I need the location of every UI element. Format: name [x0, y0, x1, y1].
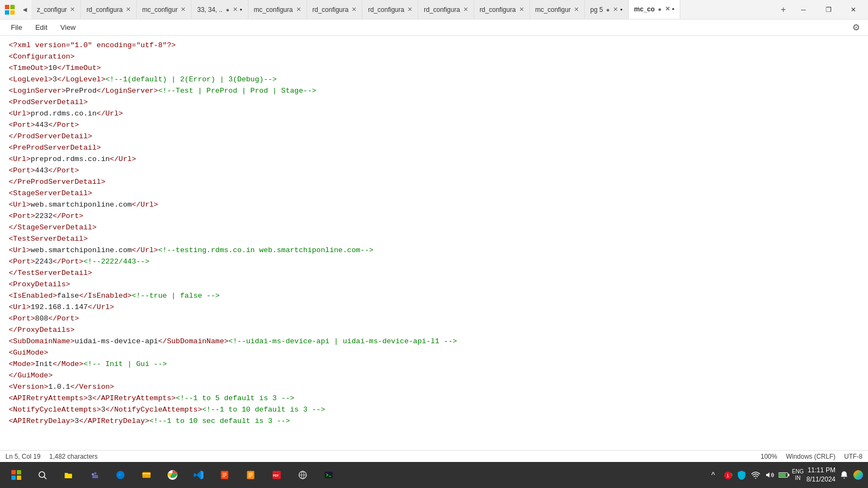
char-count: 1,482 characters	[49, 453, 98, 460]
tab-close-4[interactable]: ✕	[296, 6, 301, 13]
tab-close-3[interactable]: ✕	[233, 6, 238, 13]
taskbar-pdf[interactable]: PDF	[265, 463, 289, 487]
taskbar-notepad-red[interactable]	[213, 463, 237, 487]
taskbar-teams[interactable]	[82, 463, 106, 487]
system-tray: ^ 1	[708, 466, 864, 484]
tab-9[interactable]: mc_configur✕	[530, 0, 585, 19]
code-line-18: <Url>web.smartchiponline.com</Url> <!--t…	[0, 245, 868, 256]
taskbar-network[interactable]	[291, 463, 315, 487]
start-button[interactable]	[4, 463, 28, 487]
settings-icon[interactable]: ⚙	[848, 20, 864, 35]
tab-close-11[interactable]: ✕	[665, 5, 670, 12]
code-line-9: <PreProdServerDetail>	[0, 143, 868, 154]
tray-volume[interactable]	[764, 470, 775, 480]
tab-10[interactable]: pg 5●✕	[585, 0, 629, 19]
tab-0[interactable]: z_configur✕	[31, 0, 81, 19]
code-line-20: </TestServerDetail>	[0, 268, 868, 279]
code-line-3: <LogLevel>3</LogLevel> <!--1(default) | …	[0, 74, 868, 86]
tray-chevron[interactable]: ^	[708, 470, 719, 480]
svg-rect-6	[11, 476, 16, 480]
tray-notifications[interactable]	[839, 470, 850, 480]
tab-label-6: rd_configura	[368, 6, 404, 14]
statusbar: Ln 5, Col 19 1,482 characters 100% Windo…	[0, 450, 868, 462]
taskbar-notepad-orange[interactable]	[239, 463, 263, 487]
tab-1[interactable]: rd_configura✕	[81, 0, 137, 19]
tab-2[interactable]: mc_configur✕	[137, 0, 192, 19]
tab-close-1[interactable]: ✕	[126, 6, 131, 13]
svg-rect-1	[10, 5, 15, 9]
code-line-28: <Mode>Init</Mode> <!-- Init | Gui -->	[0, 359, 868, 370]
encoding: UTF-8	[844, 453, 863, 460]
minimize-button[interactable]: ─	[791, 0, 816, 20]
cursor-position: Ln 5, Col 19	[5, 453, 41, 460]
tab-label-1: rd_configura	[86, 6, 123, 14]
code-line-14: <Url>web.smartchiponline.com</Url>	[0, 200, 868, 211]
menu-edit[interactable]: Edit	[29, 21, 54, 34]
taskbar-terminal[interactable]	[317, 463, 341, 487]
code-area[interactable]: <?xml version="1.0" encoding="utf-8"?><C…	[0, 36, 868, 450]
code-line-22: <IsEnabled>false</IsEnabled> <!--true | …	[0, 291, 868, 302]
code-line-6: <Url>prod.rdms.co.in</Url>	[0, 108, 868, 120]
tab-close-8[interactable]: ✕	[519, 6, 524, 13]
tab-8[interactable]: rd_configura✕	[474, 0, 530, 19]
taskbar-chrome[interactable]	[161, 463, 184, 487]
taskbar-files[interactable]	[135, 463, 158, 487]
menubar: File Edit View ⚙	[0, 20, 868, 36]
svg-rect-7	[17, 476, 21, 480]
tab-label-5: rd_configura	[312, 6, 349, 14]
code-line-24: <Port>808</Port>	[0, 313, 868, 325]
tab-label-7: rd_configura	[424, 6, 460, 14]
maximize-button[interactable]: ❐	[816, 0, 841, 20]
tray-wifi[interactable]	[750, 470, 761, 480]
svg-rect-32	[788, 474, 789, 476]
taskbar-explorer[interactable]	[56, 463, 80, 487]
new-tab-button[interactable]: +	[776, 5, 791, 15]
svg-text:PDF: PDF	[273, 474, 279, 477]
tab-close-6[interactable]: ✕	[407, 6, 412, 13]
tray-shield[interactable]	[736, 470, 747, 480]
tab-close-9[interactable]: ✕	[574, 6, 579, 13]
code-line-27: <GuiMode>	[0, 348, 868, 359]
tab-7[interactable]: rd_configura✕	[418, 0, 474, 19]
tab-3[interactable]: 33, 34, ..●✕	[192, 0, 248, 19]
code-line-25: </ProxyDetails>	[0, 325, 868, 336]
tab-scroll-left[interactable]: ◀	[18, 7, 31, 12]
code-line-33: <APIRetryDelay>3</APIRetryDelay> <!--1 t…	[0, 416, 868, 427]
svg-rect-0	[5, 5, 9, 9]
code-line-4: <LoginServer>PreProd</LoginServer> <!--T…	[0, 86, 868, 97]
tray-color[interactable]	[853, 470, 864, 480]
tab-label-10: pg 5	[590, 6, 603, 14]
tray-battery[interactable]	[778, 470, 789, 480]
code-line-5: <ProdServerDetail>	[0, 97, 868, 108]
code-line-11: <Port>443</Port>	[0, 165, 868, 177]
code-line-31: <APIRetryAttempts>3</APIRetryAttempts> <…	[0, 393, 868, 404]
tab-close-7[interactable]: ✕	[463, 6, 468, 13]
taskbar-vscode[interactable]	[187, 463, 210, 487]
code-line-1: <Configuration>	[0, 52, 868, 63]
tray-language[interactable]: ENGIN	[793, 470, 803, 480]
editor: <?xml version="1.0" encoding="utf-8"?><C…	[0, 36, 868, 450]
menu-view[interactable]: View	[54, 21, 82, 34]
tab-11[interactable]: mc_co●✕	[629, 0, 681, 19]
code-line-13: <StageServerDetail>	[0, 188, 868, 200]
tab-close-10[interactable]: ✕	[613, 6, 618, 13]
svg-rect-2	[5, 10, 9, 15]
tab-label-4: mc_configura	[254, 6, 293, 14]
tab-6[interactable]: rd_configura✕	[362, 0, 418, 19]
code-line-29: </GuiMode>	[0, 370, 868, 382]
tray-cloud[interactable]: 1	[722, 470, 733, 480]
system-clock[interactable]: 11:11 PM 8/11/2024	[807, 466, 835, 484]
taskbar-search[interactable]	[30, 463, 54, 487]
tab-close-2[interactable]: ✕	[181, 6, 186, 13]
taskbar-edge[interactable]	[108, 463, 132, 487]
svg-rect-31	[778, 473, 786, 477]
titlebar: ◀ z_configur✕rd_configura✕mc_configur✕33…	[0, 0, 868, 20]
code-line-10: <Url>preprod.rdms.co.in</Url>	[0, 154, 868, 165]
menu-file[interactable]: File	[4, 21, 29, 34]
tab-4[interactable]: mc_configura✕	[248, 0, 307, 19]
window-controls: ─ ❐ ✕	[791, 0, 866, 20]
close-button[interactable]: ✕	[841, 0, 866, 20]
tab-close-5[interactable]: ✕	[352, 6, 356, 13]
tab-5[interactable]: rd_configura✕	[307, 0, 363, 19]
tab-close-0[interactable]: ✕	[70, 6, 75, 13]
